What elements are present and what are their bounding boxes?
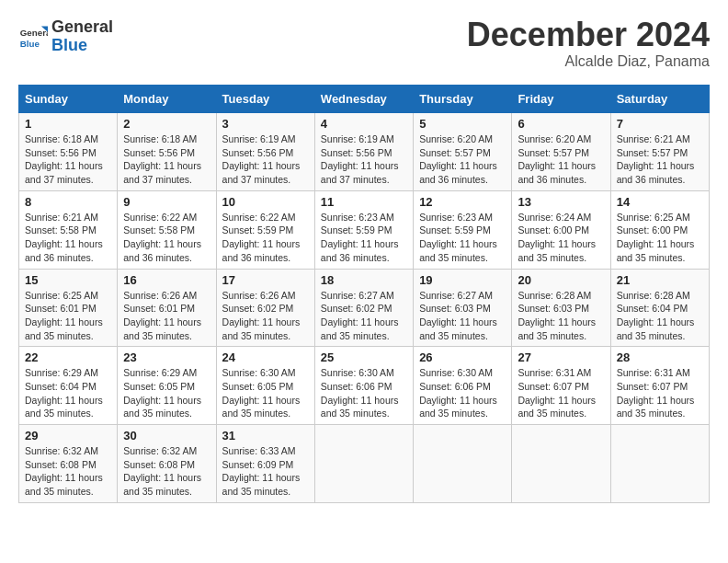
calendar-cell: 2Sunrise: 6:18 AMSunset: 5:56 PMDaylight… xyxy=(118,113,216,191)
day-info: Sunrise: 6:21 AMSunset: 5:57 PMDaylight:… xyxy=(617,132,703,187)
calendar-cell: 21Sunrise: 6:28 AMSunset: 6:04 PMDayligh… xyxy=(610,269,709,347)
calendar-cell: 22Sunrise: 6:29 AMSunset: 6:04 PMDayligh… xyxy=(19,347,118,425)
day-number: 23 xyxy=(123,350,210,364)
day-info: Sunrise: 6:27 AMSunset: 6:03 PMDaylight:… xyxy=(419,289,506,343)
calendar-body: 1Sunrise: 6:18 AMSunset: 5:56 PMDaylight… xyxy=(19,113,710,503)
day-number: 28 xyxy=(617,350,703,364)
day-header-wednesday: Wednesday xyxy=(314,86,413,113)
day-number: 8 xyxy=(25,195,111,209)
day-info: Sunrise: 6:29 AMSunset: 6:05 PMDaylight:… xyxy=(123,366,210,420)
day-number: 9 xyxy=(123,195,210,209)
day-number: 27 xyxy=(518,350,604,364)
calendar-cell xyxy=(610,425,709,503)
day-number: 30 xyxy=(123,429,210,442)
calendar-cell: 15Sunrise: 6:25 AMSunset: 6:01 PMDayligh… xyxy=(19,269,118,347)
svg-text:General: General xyxy=(20,28,48,38)
week-row-1: 1Sunrise: 6:18 AMSunset: 5:56 PMDaylight… xyxy=(19,113,710,191)
day-number: 3 xyxy=(222,117,309,131)
day-info: Sunrise: 6:25 AMSunset: 6:00 PMDaylight:… xyxy=(617,211,703,265)
week-row-2: 8Sunrise: 6:21 AMSunset: 5:58 PMDaylight… xyxy=(19,190,710,269)
week-row-3: 15Sunrise: 6:25 AMSunset: 6:01 PMDayligh… xyxy=(19,269,710,347)
day-header-monday: Monday xyxy=(118,86,216,113)
day-header-tuesday: Tuesday xyxy=(216,86,314,113)
svg-text:Blue: Blue xyxy=(20,38,40,48)
calendar-cell: 5Sunrise: 6:20 AMSunset: 5:57 PMDaylight… xyxy=(414,113,512,191)
day-header-sunday: Sunday xyxy=(19,86,118,113)
day-number: 31 xyxy=(222,429,309,442)
logo: General Blue General Blue xyxy=(18,18,113,55)
day-info: Sunrise: 6:26 AMSunset: 6:01 PMDaylight:… xyxy=(123,289,210,343)
page-header: General Blue General Blue December 2024 … xyxy=(18,18,710,70)
day-info: Sunrise: 6:31 AMSunset: 6:07 PMDaylight:… xyxy=(617,366,703,420)
day-info: Sunrise: 6:33 AMSunset: 6:09 PMDaylight:… xyxy=(222,444,309,499)
day-info: Sunrise: 6:19 AMSunset: 5:56 PMDaylight:… xyxy=(321,132,407,187)
week-row-4: 22Sunrise: 6:29 AMSunset: 6:04 PMDayligh… xyxy=(19,347,710,425)
calendar-cell: 13Sunrise: 6:24 AMSunset: 6:00 PMDayligh… xyxy=(512,190,610,269)
day-number: 2 xyxy=(123,117,210,131)
calendar-cell: 19Sunrise: 6:27 AMSunset: 6:03 PMDayligh… xyxy=(414,269,512,347)
calendar-header-row: SundayMondayTuesdayWednesdayThursdayFrid… xyxy=(19,86,710,113)
calendar-cell: 4Sunrise: 6:19 AMSunset: 5:56 PMDaylight… xyxy=(314,113,413,191)
day-number: 21 xyxy=(617,273,703,287)
calendar-cell: 1Sunrise: 6:18 AMSunset: 5:56 PMDaylight… xyxy=(19,113,118,191)
calendar-cell: 18Sunrise: 6:27 AMSunset: 6:02 PMDayligh… xyxy=(314,269,413,347)
day-info: Sunrise: 6:32 AMSunset: 6:08 PMDaylight:… xyxy=(123,444,210,499)
day-info: Sunrise: 6:22 AMSunset: 5:58 PMDaylight:… xyxy=(123,211,210,265)
day-number: 12 xyxy=(419,195,506,209)
calendar-cell: 8Sunrise: 6:21 AMSunset: 5:58 PMDaylight… xyxy=(19,190,118,269)
day-info: Sunrise: 6:19 AMSunset: 5:56 PMDaylight:… xyxy=(222,132,309,187)
calendar-cell: 29Sunrise: 6:32 AMSunset: 6:08 PMDayligh… xyxy=(19,425,118,503)
day-number: 17 xyxy=(222,273,309,287)
calendar-cell: 12Sunrise: 6:23 AMSunset: 5:59 PMDayligh… xyxy=(414,190,512,269)
day-number: 26 xyxy=(419,350,506,364)
calendar-cell: 28Sunrise: 6:31 AMSunset: 6:07 PMDayligh… xyxy=(610,347,709,425)
calendar-cell: 30Sunrise: 6:32 AMSunset: 6:08 PMDayligh… xyxy=(118,425,216,503)
calendar-cell: 17Sunrise: 6:26 AMSunset: 6:02 PMDayligh… xyxy=(216,269,314,347)
day-number: 18 xyxy=(321,273,407,287)
day-number: 13 xyxy=(518,195,604,209)
day-info: Sunrise: 6:20 AMSunset: 5:57 PMDaylight:… xyxy=(419,132,506,187)
title-block: December 2024 Alcalde Diaz, Panama xyxy=(467,18,710,70)
calendar-table: SundayMondayTuesdayWednesdayThursdayFrid… xyxy=(18,85,710,503)
month-title: December 2024 xyxy=(467,18,710,52)
day-info: Sunrise: 6:30 AMSunset: 6:06 PMDaylight:… xyxy=(419,366,506,420)
calendar-cell xyxy=(414,425,512,503)
calendar-cell: 23Sunrise: 6:29 AMSunset: 6:05 PMDayligh… xyxy=(118,347,216,425)
calendar-cell: 3Sunrise: 6:19 AMSunset: 5:56 PMDaylight… xyxy=(216,113,314,191)
day-number: 1 xyxy=(25,117,111,131)
calendar-cell: 7Sunrise: 6:21 AMSunset: 5:57 PMDaylight… xyxy=(610,113,709,191)
day-info: Sunrise: 6:31 AMSunset: 6:07 PMDaylight:… xyxy=(518,366,604,420)
day-info: Sunrise: 6:28 AMSunset: 6:03 PMDaylight:… xyxy=(518,289,604,343)
day-number: 22 xyxy=(25,350,111,364)
day-number: 11 xyxy=(321,195,407,209)
calendar-cell: 27Sunrise: 6:31 AMSunset: 6:07 PMDayligh… xyxy=(512,347,610,425)
day-number: 25 xyxy=(321,350,407,364)
day-info: Sunrise: 6:25 AMSunset: 6:01 PMDaylight:… xyxy=(25,289,111,343)
day-number: 5 xyxy=(419,117,506,131)
day-number: 10 xyxy=(222,195,309,209)
calendar-cell: 14Sunrise: 6:25 AMSunset: 6:00 PMDayligh… xyxy=(610,190,709,269)
logo-text: General Blue xyxy=(51,18,113,55)
day-info: Sunrise: 6:30 AMSunset: 6:06 PMDaylight:… xyxy=(321,366,407,420)
day-number: 4 xyxy=(321,117,407,131)
day-info: Sunrise: 6:22 AMSunset: 5:59 PMDaylight:… xyxy=(222,211,309,265)
calendar-cell: 11Sunrise: 6:23 AMSunset: 5:59 PMDayligh… xyxy=(314,190,413,269)
day-info: Sunrise: 6:23 AMSunset: 5:59 PMDaylight:… xyxy=(321,211,407,265)
day-info: Sunrise: 6:21 AMSunset: 5:58 PMDaylight:… xyxy=(25,211,111,265)
calendar-cell xyxy=(314,425,413,503)
day-info: Sunrise: 6:18 AMSunset: 5:56 PMDaylight:… xyxy=(123,132,210,187)
day-number: 14 xyxy=(617,195,703,209)
day-number: 15 xyxy=(25,273,111,287)
day-number: 19 xyxy=(419,273,506,287)
day-info: Sunrise: 6:26 AMSunset: 6:02 PMDaylight:… xyxy=(222,289,309,343)
calendar-cell: 25Sunrise: 6:30 AMSunset: 6:06 PMDayligh… xyxy=(314,347,413,425)
day-info: Sunrise: 6:29 AMSunset: 6:04 PMDaylight:… xyxy=(25,366,111,420)
day-header-saturday: Saturday xyxy=(610,86,709,113)
week-row-5: 29Sunrise: 6:32 AMSunset: 6:08 PMDayligh… xyxy=(19,425,710,503)
day-info: Sunrise: 6:30 AMSunset: 6:05 PMDaylight:… xyxy=(222,366,309,420)
day-info: Sunrise: 6:20 AMSunset: 5:57 PMDaylight:… xyxy=(518,132,604,187)
day-header-thursday: Thursday xyxy=(414,86,512,113)
day-info: Sunrise: 6:18 AMSunset: 5:56 PMDaylight:… xyxy=(25,132,111,187)
location: Alcalde Diaz, Panama xyxy=(467,53,710,70)
day-info: Sunrise: 6:28 AMSunset: 6:04 PMDaylight:… xyxy=(617,289,703,343)
